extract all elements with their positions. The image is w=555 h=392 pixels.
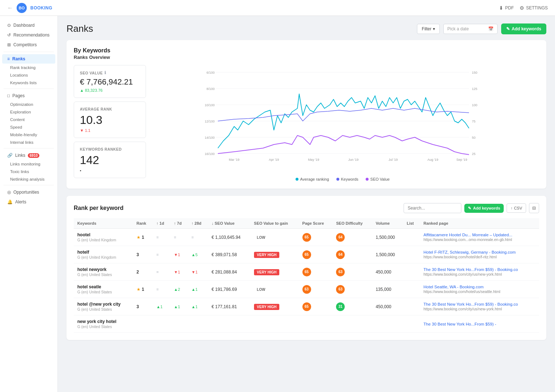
ranked-page-cell: Affittacamere Hootel Du... Morreale – Up… [420, 229, 539, 246]
svg-text:12/100: 12/100 [205, 120, 215, 123]
recommendations-icon: ↺ [7, 33, 11, 38]
star-icon: ★ [137, 287, 141, 292]
sidebar-item-alerts[interactable]: 🔔 Alerts [2, 197, 55, 207]
table-row: hotelf G (en) United Kingdom 3 = ▼1 ▲5 €… [74, 246, 539, 263]
settings-icon: ⚙ [520, 5, 524, 11]
col-7d[interactable]: ↑ 7d [170, 218, 188, 229]
table-row: hotel @new york city G (en) United State… [74, 298, 539, 315]
app-brand: BOOKING [30, 5, 52, 10]
topbar-left: ← BO BOOKING [7, 3, 52, 13]
ranks-chart: 6/100 8/100 10/100 12/100 14/100 16/100 … [146, 65, 539, 166]
page-title: Ranks [66, 23, 93, 34]
add-keywords-button[interactable]: ✎ Add keywords [501, 23, 546, 34]
col-list[interactable]: List [403, 218, 420, 229]
svg-text:Apr '19: Apr '19 [269, 158, 279, 161]
csv-export-button[interactable]: ↑ CSV [507, 203, 526, 213]
col-volume[interactable]: Volume [372, 218, 403, 229]
sidebar-item-competitors[interactable]: ⊞ Competitors [2, 40, 55, 49]
stats-column: SEO VALUE ℹ € 7,766,942.21 ▲ 83,323.76 A… [74, 65, 146, 181]
links-badge: 6910 [28, 153, 39, 158]
sidebar-item-keywords-lists[interactable]: Keywords lists [2, 79, 55, 86]
sidebar-item-recommendations[interactable]: ↺ Recommendations [2, 30, 55, 40]
sidebar-item-locations[interactable]: Locations [2, 72, 55, 79]
svg-text:150: 150 [472, 71, 477, 74]
col-rank[interactable]: Rank [133, 218, 153, 229]
page-header: Ranks Filter ▾ Pick a date 📅 ✎ Add keywo… [66, 23, 546, 34]
seo-value-card: SEO VALUE ℹ € 7,766,942.21 ▲ 83,323.76 [74, 65, 146, 98]
chart-column: 6/100 8/100 10/100 12/100 14/100 16/100 … [146, 65, 539, 181]
filter-button[interactable]: Filter ▾ [417, 24, 440, 34]
page-header-right: Filter ▾ Pick a date 📅 ✎ Add keywords [417, 23, 546, 34]
col-page-score[interactable]: Page Score [299, 218, 333, 229]
topbar-right: ⬇ PDF ⚙ SETTINGS [499, 5, 548, 11]
keyword-search-input[interactable] [404, 203, 461, 213]
seo-value-amount: € 7,766,942.21 [80, 77, 140, 87]
date-picker[interactable]: Pick a date 📅 [443, 24, 498, 34]
sidebar-item-exploration[interactable]: Exploration [2, 108, 55, 116]
sidebar-item-links-monitoring[interactable]: Links monitoring [2, 160, 55, 168]
sidebar-divider-1 [4, 52, 54, 52]
svg-text:125: 125 [472, 87, 477, 91]
rank-add-keywords-button[interactable]: ✎ Add keywords [464, 204, 504, 213]
col-keywords[interactable]: Keywords [74, 218, 133, 229]
sidebar-item-content[interactable]: Content [2, 116, 55, 123]
svg-text:8/100: 8/100 [206, 87, 215, 91]
keywords-ranked-change: • [80, 168, 140, 173]
col-28d[interactable]: ↑ 28d [188, 218, 208, 229]
legend-dot-cyan [296, 178, 298, 181]
rank-header-right: ✎ Add keywords ↑ CSV ⊟ [404, 203, 539, 213]
keywords-table-wrap: Keywords Rank ↑ 1d ↑ 7d ↑ 28d ↓ SEO Valu… [74, 218, 539, 333]
sidebar-item-rank-tracking[interactable]: Rank tracking [2, 64, 55, 71]
plus-icon: ✎ [506, 26, 510, 31]
col-ranked-page[interactable]: Ranked page [420, 218, 539, 229]
svg-text:10/100: 10/100 [205, 103, 215, 107]
col-1d[interactable]: ↑ 1d [153, 218, 171, 229]
competitors-icon: ⊞ [7, 42, 11, 47]
rank-header: Rank per keyword ✎ Add keywords ↑ CSV ⊟ [74, 203, 539, 213]
table-settings-button[interactable]: ⊟ [529, 203, 539, 213]
sidebar-item-links[interactable]: 🔗 Links 6910 [2, 151, 55, 160]
table-body: hootel G (en) United Kingdom ★ 1 = = = €… [74, 229, 539, 333]
pdf-button[interactable]: ⬇ PDF [499, 5, 514, 11]
overview-title: By Keywords [74, 47, 539, 54]
sidebar-section-main: ⊙ Dashboard ↺ Recommendations ⊞ Competit… [0, 21, 57, 49]
sidebar-item-toxic-links[interactable]: Toxic links [2, 168, 55, 175]
sidebar-section-pages: □ Pages Optimization Exploration Content… [0, 91, 57, 146]
sidebar-item-ranks[interactable]: ≡ Ranks [2, 54, 55, 64]
table-row: hotel seatle G (en) United States ★ 1 = … [74, 281, 539, 298]
sidebar-item-opportunities[interactable]: ◎ Opportunities [2, 188, 55, 197]
svg-text:50: 50 [472, 136, 476, 139]
sidebar-item-optimization[interactable]: Optimization [2, 101, 55, 108]
legend-seo-value: SEO Value [366, 177, 390, 181]
rank-cell: ★ 1 [133, 229, 153, 246]
page-score-badge: 65 [302, 233, 311, 242]
chart-legend: Average ranking Keywords SEO Value [146, 177, 539, 181]
sidebar-item-mobile-friendly[interactable]: Mobile-friendly [2, 131, 55, 138]
main-layout: ⊙ Dashboard ↺ Recommendations ⊞ Competit… [0, 16, 555, 392]
opportunities-icon: ◎ [7, 190, 11, 195]
star-icon: ★ [137, 235, 141, 240]
sidebar-item-pages[interactable]: □ Pages [2, 91, 55, 100]
seo-value-change: ▲ 83,323.76 [80, 88, 140, 92]
sidebar-item-speed[interactable]: Speed [2, 124, 55, 131]
rank-per-keyword-title: Rank per keyword [74, 205, 124, 211]
keyword-cell: hotel seatle G (en) United States [74, 281, 133, 298]
col-seo-difficulty[interactable]: SEO Difficulty [332, 218, 372, 229]
keywords-ranked-value: 142 [80, 154, 140, 167]
settings-button[interactable]: ⚙ SETTINGS [520, 5, 548, 11]
dashboard-icon: ⊙ [7, 23, 11, 28]
keyword-cell: hotelf G (en) United Kingdom [74, 246, 133, 263]
sidebar-item-dashboard[interactable]: ⊙ Dashboard [2, 21, 55, 30]
sidebar-item-netlinking-analysis[interactable]: Netlinking analysis [2, 176, 55, 183]
col-seo-gain[interactable]: SEO Value to gain [250, 218, 299, 229]
calendar-icon: 📅 [488, 26, 494, 31]
legend-dot-indigo [336, 178, 339, 181]
average-rank-card: AVERAGE RANK 10.3 ▼ 1.1 [74, 102, 146, 138]
back-icon[interactable]: ← [7, 5, 13, 11]
col-seo-value[interactable]: ↓ SEO Value [208, 218, 250, 229]
sidebar-divider-3 [4, 148, 54, 148]
svg-text:14/100: 14/100 [205, 136, 215, 139]
sidebar-item-internal-links[interactable]: Internal links [2, 139, 55, 146]
table-header: Keywords Rank ↑ 1d ↑ 7d ↑ 28d ↓ SEO Valu… [74, 218, 539, 229]
table-row: hotel newyork G (en) United States 2 = ▼… [74, 263, 539, 281]
